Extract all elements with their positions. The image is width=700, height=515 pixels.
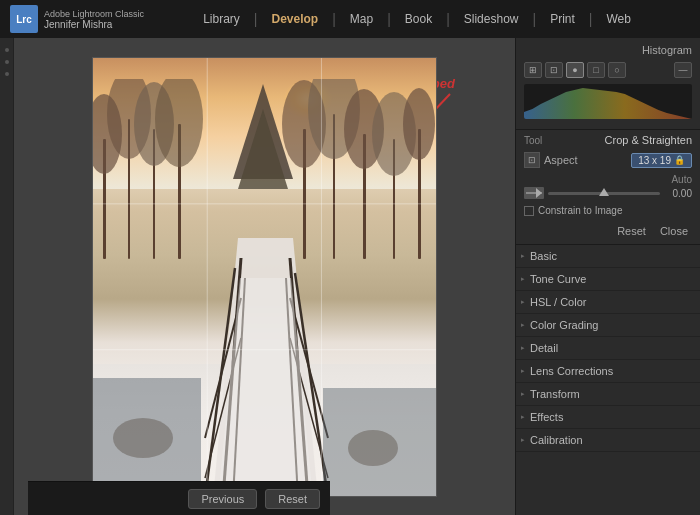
section-label: Detail: [530, 342, 558, 354]
right-panel: Histogram ⊞ ⊡ ● □ ○ —: [515, 38, 700, 515]
panel-section-tone_curve[interactable]: Tone Curve: [516, 268, 700, 291]
svg-marker-44: [536, 188, 542, 198]
nav-item-map[interactable]: Map: [340, 8, 383, 30]
section-toggle-icon: [520, 368, 526, 374]
panel-section-hsl__color[interactable]: HSL / Color: [516, 291, 700, 314]
aspect-row: ⊡ Aspect 13 x 19 🔒: [524, 152, 692, 168]
center-area: cropped: [14, 38, 515, 515]
app-logo: Lrc: [10, 5, 38, 33]
section-label: Lens Corrections: [530, 365, 613, 377]
left-panel-dot: [5, 48, 9, 52]
nav-separator: |: [332, 11, 336, 27]
crop-close-button[interactable]: Close: [656, 224, 692, 238]
logo-area: Lrc Adobe Lightroom Classic Jennifer Mis…: [10, 5, 144, 33]
hist-tool-more[interactable]: —: [674, 62, 692, 78]
section-label: Calibration: [530, 434, 583, 446]
section-toggle-icon: [520, 299, 526, 305]
section-label: Tone Curve: [530, 273, 586, 285]
photo-canvas: [92, 57, 437, 497]
constrain-row: Constrain to Image: [524, 205, 692, 216]
nav-item-library[interactable]: Library: [193, 8, 250, 30]
angle-row: 0.00: [524, 187, 692, 199]
sky-layer: [93, 58, 436, 189]
previous-button[interactable]: Previous: [188, 489, 257, 509]
section-label: Basic: [530, 250, 557, 262]
nav-separator: |: [446, 11, 450, 27]
histogram-section: Histogram ⊞ ⊡ ● □ ○ —: [516, 38, 700, 130]
user-name: Jennifer Mishra: [44, 19, 144, 30]
reset-button[interactable]: Reset: [265, 489, 320, 509]
panel-section-basic[interactable]: Basic: [516, 245, 700, 268]
photo-background: [93, 58, 436, 496]
panel-section-detail[interactable]: Detail: [516, 337, 700, 360]
auto-row: Auto: [524, 174, 692, 185]
nav-separator: |: [254, 11, 258, 27]
aspect-value[interactable]: 13 x 19 🔒: [631, 153, 692, 168]
section-toggle-icon: [520, 437, 526, 443]
app-name: Adobe Lightroom Classic: [44, 9, 144, 19]
section-toggle-icon: [520, 322, 526, 328]
nav-item-slideshow[interactable]: Slideshow: [454, 8, 529, 30]
main-layout: cropped: [0, 38, 700, 515]
section-label: Transform: [530, 388, 580, 400]
angle-slider-thumb: [599, 188, 609, 196]
section-toggle-icon: [520, 391, 526, 397]
nav-item-web[interactable]: Web: [596, 8, 640, 30]
lock-icon: 🔒: [674, 155, 685, 165]
histogram-title: Histogram: [524, 44, 692, 56]
constrain-label: Constrain to Image: [538, 205, 623, 216]
histogram-toolbar: ⊞ ⊡ ● □ ○ —: [524, 62, 692, 78]
section-toggle-icon: [520, 414, 526, 420]
hist-tool-target[interactable]: ⊡: [545, 62, 563, 78]
hist-tool-heal[interactable]: □: [587, 62, 605, 78]
tool-label: Tool: [524, 135, 542, 146]
reset-close-row: Reset Close: [524, 224, 692, 238]
panel-section-calibration[interactable]: Calibration: [516, 429, 700, 452]
nav-item-print[interactable]: Print: [540, 8, 585, 30]
crop-reset-button[interactable]: Reset: [613, 224, 650, 238]
top-bar: Lrc Adobe Lightroom Classic Jennifer Mis…: [0, 0, 700, 38]
constrain-checkbox[interactable]: [524, 206, 534, 216]
nav-separator: |: [589, 11, 593, 27]
left-panel-dot: [5, 72, 9, 76]
hist-tool-redeye[interactable]: ○: [608, 62, 626, 78]
section-toggle-icon: [520, 345, 526, 351]
histogram-display: [524, 84, 692, 119]
hist-tool-grid[interactable]: ⊞: [524, 62, 542, 78]
app-info: Adobe Lightroom Classic Jennifer Mishra: [44, 9, 144, 30]
angle-slider[interactable]: [548, 192, 660, 195]
panel-section-effects[interactable]: Effects: [516, 406, 700, 429]
tool-section: Tool Crop & Straighten ⊡ Aspect 13 x 19 …: [516, 130, 700, 245]
tool-name: Crop & Straighten: [605, 134, 692, 146]
aspect-label: Aspect: [544, 154, 627, 166]
bottom-bar: Previous Reset: [28, 481, 330, 515]
panel-section-color_grading[interactable]: Color Grading: [516, 314, 700, 337]
section-label: Color Grading: [530, 319, 598, 331]
angle-icon: [524, 187, 544, 199]
snow-ground: [93, 364, 436, 495]
angle-value: 0.00: [664, 188, 692, 199]
panel-section-transform[interactable]: Transform: [516, 383, 700, 406]
section-label: HSL / Color: [530, 296, 586, 308]
panel-section-lens_corrections[interactable]: Lens Corrections: [516, 360, 700, 383]
auto-label: Auto: [671, 174, 692, 185]
nav-separator: |: [387, 11, 391, 27]
left-panel: [0, 38, 14, 515]
nav-item-book[interactable]: Book: [395, 8, 442, 30]
crop-icon: ⊡: [524, 152, 540, 168]
panel-sections: BasicTone CurveHSL / ColorColor GradingD…: [516, 245, 700, 515]
nav-item-develop[interactable]: Develop: [261, 8, 328, 30]
section-label: Effects: [530, 411, 563, 423]
nav-menu: Library|Develop|Map|Book|Slideshow|Print…: [144, 8, 690, 30]
hist-tool-crop[interactable]: ●: [566, 62, 584, 78]
nav-separator: |: [532, 11, 536, 27]
tool-header: Tool Crop & Straighten: [524, 134, 692, 146]
section-toggle-icon: [520, 276, 526, 282]
section-toggle-icon: [520, 253, 526, 259]
left-panel-dot: [5, 60, 9, 64]
